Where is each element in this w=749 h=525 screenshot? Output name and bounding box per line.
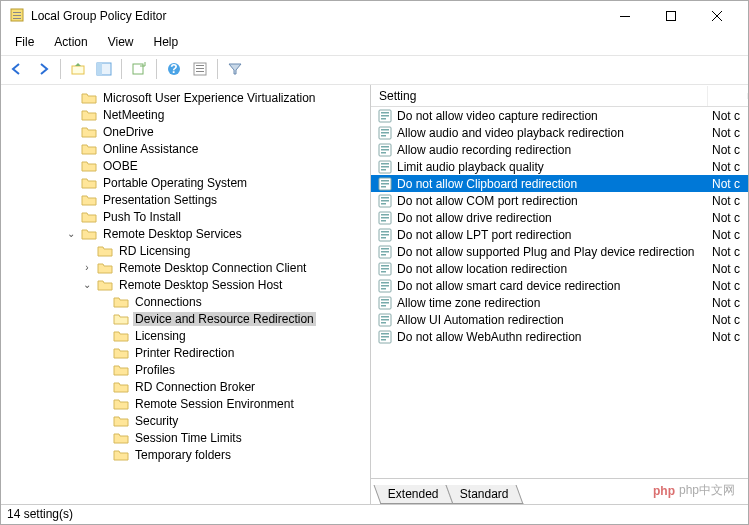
setting-label: Allow time zone redirection (397, 296, 708, 310)
svg-rect-44 (381, 214, 389, 216)
setting-row[interactable]: Do not allow drive redirectionNot c (371, 209, 748, 226)
setting-row[interactable]: Allow audio and video playback redirecti… (371, 124, 748, 141)
tree-item[interactable]: Portable Operating System (1, 174, 370, 191)
setting-row[interactable]: Allow UI Automation redirectionNot c (371, 311, 748, 328)
svg-rect-41 (381, 200, 389, 202)
svg-rect-21 (381, 115, 389, 117)
svg-rect-16 (196, 68, 204, 69)
setting-state: Not c (708, 330, 748, 344)
setting-row[interactable]: Do not allow WebAuthn redirectionNot c (371, 328, 748, 345)
svg-rect-72 (381, 333, 389, 335)
tree-item[interactable]: Licensing (1, 327, 370, 344)
tree-item-label: RD Licensing (117, 244, 192, 258)
tree-pane[interactable]: Microsoft User Experience Virtualization… (1, 85, 371, 504)
tree-item[interactable]: Printer Redirection (1, 344, 370, 361)
column-setting[interactable]: Setting (371, 86, 708, 106)
watermark: php php中文网 (647, 480, 741, 501)
maximize-button[interactable] (648, 1, 694, 31)
forward-button[interactable] (31, 58, 55, 80)
expand-icon[interactable]: › (81, 262, 93, 273)
setting-row[interactable]: Do not allow location redirectionNot c (371, 260, 748, 277)
setting-state: Not c (708, 211, 748, 225)
setting-state: Not c (708, 313, 748, 327)
tree-item-label: Profiles (133, 363, 177, 377)
tree-item[interactable]: Profiles (1, 361, 370, 378)
menu-file[interactable]: File (7, 33, 42, 51)
minimize-button[interactable] (602, 1, 648, 31)
setting-row[interactable]: Limit audio playback qualityNot c (371, 158, 748, 175)
tree-item[interactable]: Session Time Limits (1, 429, 370, 446)
setting-state: Not c (708, 245, 748, 259)
tree-item[interactable]: Device and Resource Redirection (1, 310, 370, 327)
tree-item[interactable]: Push To Install (1, 208, 370, 225)
svg-rect-30 (381, 152, 386, 154)
filter-button[interactable] (223, 58, 247, 80)
tree-item-label: NetMeeting (101, 108, 166, 122)
policy-icon (377, 177, 393, 191)
setting-row[interactable]: Allow time zone redirectionNot c (371, 294, 748, 311)
tree-item[interactable]: Presentation Settings (1, 191, 370, 208)
tree-item[interactable]: Security (1, 412, 370, 429)
setting-row[interactable]: Do not allow COM port redirectionNot c (371, 192, 748, 209)
tree-item[interactable]: ⌄Remote Desktop Services (1, 225, 370, 242)
setting-row[interactable]: Allow audio recording redirectionNot c (371, 141, 748, 158)
folder-icon (97, 261, 113, 275)
separator (217, 59, 218, 79)
setting-row[interactable]: Do not allow video capture redirectionNo… (371, 107, 748, 124)
tree-item[interactable]: ›Remote Desktop Connection Client (1, 259, 370, 276)
tree-item[interactable]: OneDrive (1, 123, 370, 140)
svg-rect-62 (381, 288, 386, 290)
svg-rect-5 (667, 12, 676, 21)
back-button[interactable] (5, 58, 29, 80)
setting-label: Do not allow Clipboard redirection (397, 177, 708, 191)
folder-icon (113, 329, 129, 343)
show-hide-tree-button[interactable] (92, 58, 116, 80)
tree-item[interactable]: Temporary folders (1, 446, 370, 463)
svg-rect-37 (381, 183, 389, 185)
folder-icon (113, 295, 129, 309)
svg-rect-61 (381, 285, 389, 287)
up-button[interactable] (66, 58, 90, 80)
tree-item[interactable]: Microsoft User Experience Virtualization (1, 89, 370, 106)
tree-item[interactable]: NetMeeting (1, 106, 370, 123)
menu-action[interactable]: Action (46, 33, 95, 51)
folder-icon (113, 431, 129, 445)
export-button[interactable] (127, 58, 151, 80)
svg-rect-56 (381, 265, 389, 267)
list-header: Setting (371, 85, 748, 107)
menu-view[interactable]: View (100, 33, 142, 51)
collapse-icon[interactable]: ⌄ (81, 279, 93, 290)
folder-icon (113, 363, 129, 377)
svg-rect-38 (381, 186, 386, 188)
folder-icon (81, 193, 97, 207)
svg-rect-69 (381, 319, 389, 321)
tree-item-label: Remote Desktop Services (101, 227, 244, 241)
collapse-icon[interactable]: ⌄ (65, 228, 77, 239)
setting-row[interactable]: Do not allow smart card device redirecti… (371, 277, 748, 294)
column-state[interactable] (708, 93, 748, 99)
settings-list[interactable]: Do not allow video capture redirectionNo… (371, 107, 748, 478)
tree-item[interactable]: RD Connection Broker (1, 378, 370, 395)
setting-label: Do not allow smart card device redirecti… (397, 279, 708, 293)
svg-rect-33 (381, 166, 389, 168)
properties-button[interactable] (188, 58, 212, 80)
tree-item[interactable]: Remote Session Environment (1, 395, 370, 412)
tree-item-label: Remote Session Environment (133, 397, 296, 411)
close-button[interactable] (694, 1, 740, 31)
tree-item[interactable]: OOBE (1, 157, 370, 174)
tree-item[interactable]: ⌄Remote Desktop Session Host (1, 276, 370, 293)
setting-row[interactable]: Do not allow LPT port redirectionNot c (371, 226, 748, 243)
setting-row[interactable]: Do not allow supported Plug and Play dev… (371, 243, 748, 260)
tree-item[interactable]: RD Licensing (1, 242, 370, 259)
tab-standard[interactable]: Standard (445, 485, 523, 504)
tab-extended[interactable]: Extended (374, 485, 454, 504)
tree-item[interactable]: Connections (1, 293, 370, 310)
tree-item[interactable]: Online Assistance (1, 140, 370, 157)
menu-help[interactable]: Help (146, 33, 187, 51)
svg-rect-26 (381, 135, 386, 137)
setting-row[interactable]: Do not allow Clipboard redirectionNot c (371, 175, 748, 192)
help-button[interactable]: ? (162, 58, 186, 80)
svg-rect-28 (381, 146, 389, 148)
svg-rect-24 (381, 129, 389, 131)
setting-label: Allow audio and video playback redirecti… (397, 126, 708, 140)
